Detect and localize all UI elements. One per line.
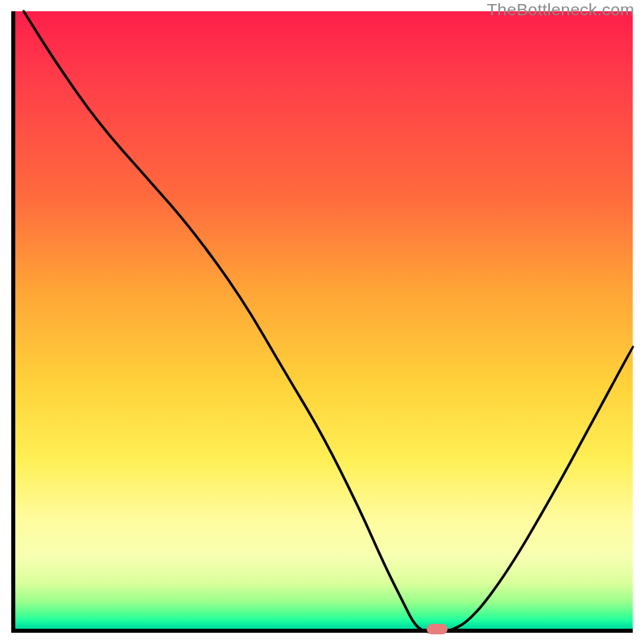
optimal-point-marker	[427, 624, 448, 634]
bottleneck-curve	[11, 11, 633, 633]
watermark-text: TheBottleneck.com	[487, 0, 634, 19]
chart-container: TheBottleneck.com	[0, 0, 644, 644]
